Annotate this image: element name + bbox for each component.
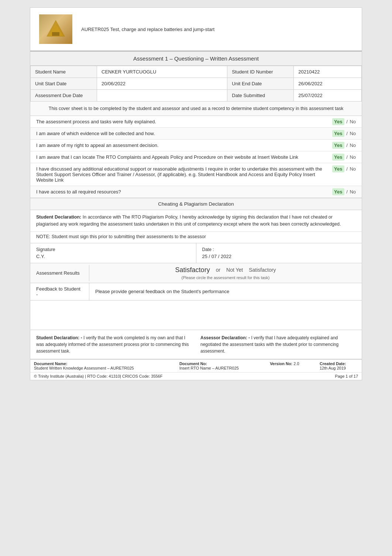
assessor-declaration-block: Assessor Declaration: - I verify that I … [200,334,356,354]
footer-bottom: © Trinity Institute (Australia) | RTO Co… [30,372,362,380]
version-cell: Version No: 2.0 [266,359,316,372]
yn-row-3: I am aware that I can locate The RTO Com… [30,151,362,163]
no-label-3: No [350,154,356,160]
dates-row1: Unit Start Date 20/06/2022 Unit End Date… [31,78,362,90]
yn-badge-1: Yes / No [332,131,356,136]
yn-row-5: I have access to all required resources?… [30,186,362,198]
not-yet-satisfactory-text: Satisfactory [249,267,276,273]
bottom-declarations: Student Declaration: - I verify that the… [30,330,362,359]
logo [39,14,72,44]
date-submitted-value: 25/07/2022 [294,90,362,102]
svg-rect-2 [52,32,59,36]
yn-text-4: I have discussed any additional educatio… [36,166,332,183]
yes-label-0: Yes [332,118,344,125]
created-cell: Created Date: 12th Aug 2019 [316,359,362,372]
cheating-title: Cheating & Plagiarism Declaration [30,198,362,210]
feedback-row: Feedback to Student - Please provide gen… [30,283,362,301]
student-declaration-block: Student Declaration: - I verify that the… [36,334,192,354]
student-id-label: Student ID Number [227,66,294,78]
page-seq-value: Page 1 of 17 [335,374,358,378]
date-label: Date : [202,247,356,252]
no-label-2: No [350,143,356,148]
yes-label-3: Yes [332,154,344,161]
yn-badge-3: Yes / No [332,154,356,160]
header: AURETR025 Test, charge and replace batte… [30,8,362,51]
footer-table: Document Name: Student Written Knowledge… [30,359,362,372]
yn-badge-0: Yes / No [332,119,356,124]
date-submitted-label: Date Submitted [227,90,294,102]
date-cell: Date : 25 / 07 / 2022 [196,243,362,263]
header-title: AURETR025 Test, charge and replace batte… [81,27,214,32]
yes-label-4: Yes [332,165,344,172]
note-block: NOTE: Student must sign this prior to su… [30,232,362,243]
logo-icon [45,18,67,40]
created-value: 12th Aug 2019 [320,366,346,370]
yn-text-5: I have access to all required resources? [36,189,332,195]
notice-text: This cover sheet is to be completed by t… [30,102,362,116]
assessment-results-main: Satisfactory or Not Yet Satisfactory [95,266,356,274]
declaration-block: Student Declaration: In accordance with … [30,210,362,232]
student-id-value: 20210422 [294,66,362,78]
yn-text-2: I am aware of my right to appeal an asse… [36,143,332,148]
yn-badge-2: Yes / No [332,143,356,148]
yn-row-2: I am aware of my right to appeal an asse… [30,140,362,151]
yn-text-3: I am aware that I can locate The RTO Com… [36,154,332,160]
no-label-1: No [350,131,356,136]
declaration-label: Student Declaration: [36,214,81,220]
satisfactory-option: Satisfactory [175,266,210,274]
no-label-4: No [350,166,356,172]
unit-end-label: Unit End Date [227,78,294,90]
yn-section: The assessment process and tasks were fu… [30,116,362,198]
section-title: Assessment 1 – Questioning – Written Ass… [30,51,362,66]
no-label-5: No [350,189,356,195]
student-name-label: Student Name [31,66,97,78]
assessment-results-label: Assessment Results [30,265,89,281]
or-text: or [216,267,220,273]
unit-end-value: 26/06/2022 [294,78,362,90]
assessment-results-row: Assessment Results Satisfactory or Not Y… [30,263,362,283]
declaration-text: In accordance with The RTO Plagiarism Po… [36,214,341,227]
doc-no-value: Insert RTO Name – AURETR025 [179,366,239,370]
unit-start-label: Unit Start Date [31,78,97,90]
yn-row-0: The assessment process and tasks were fu… [30,116,362,128]
doc-name-value: Student Written Knowledge Assessment – A… [34,366,134,370]
assessment-results-subtext: (Please circle the assessment result for… [95,275,356,280]
doc-no-label: Document No: Insert RTO Name – AURETR025 [176,359,266,372]
footer-row1: Document Name: Student Written Knowledge… [30,359,362,372]
yes-label-5: Yes [332,188,344,195]
copyright-text: © Trinity Institute (Australia) | RTO Co… [34,374,162,378]
yn-badge-5: Yes / No [332,189,356,195]
yn-row-1: I am aware of which evidence will be col… [30,128,362,140]
version-value: 2.0 [293,361,299,366]
no-label-0: No [350,119,356,124]
yn-row-4: I have discussed any additional educatio… [30,163,362,186]
not-yet-text: Not Yet [226,267,243,273]
due-date-value [97,90,227,102]
yn-badge-4: Yes / No [332,166,356,172]
assessor-declaration-label: Assessor Declaration: - [200,335,250,340]
student-name-value: CENKER YURTCUOGLU [97,66,227,78]
doc-name-label: Document Name: Student Written Knowledge… [30,359,176,372]
yn-text-1: I am aware of which evidence will be col… [36,131,332,136]
yes-label-1: Yes [332,130,344,137]
date-value: 25 / 07 / 2022 [202,254,356,259]
assessment-results-content: Satisfactory or Not Yet Satisfactory (Pl… [89,263,362,283]
info-table: Student Name CENKER YURTCUOGLU Student I… [30,66,362,102]
dates-row2: Assessment Due Date Date Submitted 25/07… [31,90,362,102]
student-declaration-label: Student Declaration: - [36,335,82,340]
unit-start-value: 20/06/2022 [97,78,227,90]
signature-label: Signature [36,247,190,252]
feedback-label: Feedback to Student - [30,283,89,300]
signature-cell: Signature C.Y. [30,243,196,263]
feedback-text: Please provide general feedback on the S… [89,286,362,297]
signature-row: Signature C.Y. Date : 25 / 07 / 2022 [30,243,362,263]
student-row: Student Name CENKER YURTCUOGLU Student I… [31,66,362,78]
yes-label-2: Yes [332,142,344,149]
yn-text-0: The assessment process and tasks were fu… [36,119,332,124]
empty-feedback-area [30,301,362,330]
signature-value: C.Y. [36,254,190,259]
due-date-label: Assessment Due Date [31,90,97,102]
